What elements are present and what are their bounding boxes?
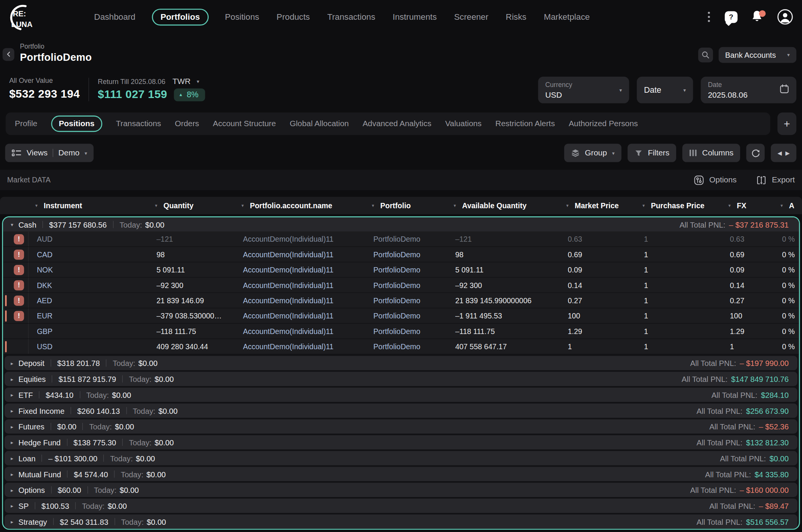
views-label: Views [27, 148, 48, 157]
row-status-cell: ! [3, 247, 29, 262]
pnl-value: – $52.36 [759, 422, 789, 431]
export-button[interactable]: Export [756, 175, 795, 185]
group-label: Fixed Income [18, 406, 64, 415]
today-label: Today: [89, 422, 112, 431]
group-button[interactable]: Group ▾ [564, 144, 621, 162]
return-mode-selector[interactable]: TWR [173, 77, 190, 86]
divider [39, 391, 40, 398]
refresh-button[interactable] [746, 144, 764, 162]
tab-valuations[interactable]: Valuations [445, 119, 482, 128]
group-row-deposit[interactable]: ▸Deposit$318 201.78Today:$0.00All Total … [5, 356, 797, 370]
group-row-futures[interactable]: ▸Futures$0.00Today:$0.00All Total PNL:– … [5, 419, 797, 434]
group-row-cash[interactable]: ▾ Cash $377 157 680.56 Today: $0.00 All … [3, 217, 799, 232]
column-header-instrument[interactable]: ▾Instrument [25, 201, 145, 210]
bank-accounts-dropdown[interactable]: Bank Accounts ▾ [718, 47, 796, 63]
nav-item-positions[interactable]: Positions [224, 9, 260, 25]
tab-transactions[interactable]: Transactions [116, 119, 161, 128]
help-icon[interactable]: ? [725, 11, 738, 23]
table-row-dkk[interactable]: !DKK–92 300AccountDemo(Individual)11Port… [3, 278, 799, 293]
tab-restriction-alerts[interactable]: Restriction Alerts [495, 119, 555, 128]
table-row-gbp[interactable]: GBP–118 111.75AccountDemo(Individual)11P… [3, 324, 799, 339]
nav-item-portfolios[interactable]: Portfolios [152, 8, 208, 25]
row-status-cell: ! [3, 293, 29, 308]
notifications-bell-icon[interactable] [750, 10, 765, 24]
nav-item-products[interactable]: Products [276, 9, 311, 25]
column-header-portfolio-account-name[interactable]: ▾Portfolio.account.name [232, 201, 362, 210]
tab-profile[interactable]: Profile [15, 119, 37, 128]
tab-positions[interactable]: Positions [51, 116, 102, 132]
column-header-fx[interactable]: ▾FX [719, 201, 771, 210]
options-button[interactable]: Options [693, 175, 737, 185]
notification-dot [759, 10, 766, 17]
group-row-loan[interactable]: ▸Loan– $101 300.00Today:$0.00All Total P… [5, 451, 797, 466]
group-row-strategy[interactable]: ▸Strategy$2 540 311.83Today:$0.00All Tot… [5, 515, 797, 529]
nav-item-risks[interactable]: Risks [505, 9, 528, 25]
filters-button[interactable]: Filters [628, 144, 676, 162]
arrow-left-icon[interactable]: ◀ [777, 150, 781, 156]
table-row-nok[interactable]: !NOK5 091.11AccountDemo(Individual)11Por… [3, 262, 799, 277]
search-button[interactable] [698, 47, 713, 62]
table-row-cad[interactable]: !CAD98AccountDemo(Individual)11Portfolio… [3, 247, 799, 262]
tab-account-structure[interactable]: Account Structure [213, 119, 276, 128]
date-picker[interactable]: Date 2025.08.06 [701, 77, 797, 103]
column-header-a[interactable]: ▾A [771, 201, 802, 210]
arrow-right-icon[interactable]: ▶ [785, 150, 789, 156]
today-label: Today: [129, 438, 151, 447]
nav-item-screener[interactable]: Screener [453, 9, 489, 25]
reluna-logo[interactable]: RE: LUNA [5, 3, 42, 31]
return-change-percent: 8% [187, 90, 198, 99]
group-pnl: All Total PNL:– $160 000.00 [690, 486, 789, 494]
group-row-equities[interactable]: ▸Equities$151 872 915.79Today:$0.00All T… [5, 372, 797, 386]
group-row-fixed-income[interactable]: ▸Fixed Income$260 140.13Today:$0.00All T… [5, 404, 797, 418]
tab-global-allocation[interactable]: Global Allocation [290, 119, 349, 128]
avatar[interactable] [777, 9, 792, 24]
cell-portfolio: PortfolioDemo [365, 327, 447, 336]
column-header-quantity[interactable]: ▾Quantity [145, 201, 231, 210]
table-row-eur[interactable]: !EUR–379 038.530000…AccountDemo(Individu… [3, 308, 799, 323]
column-scroll-arrows[interactable]: ◀ ▶ [771, 144, 796, 162]
tab-advanced-analytics[interactable]: Advanced Analytics [363, 119, 431, 128]
column-header-market-price[interactable]: ▾Market Price [556, 201, 633, 210]
group-row-hedge-fund[interactable]: ▸Hedge Fund$138 775.30Today:$0.00All Tot… [5, 435, 797, 450]
nav-item-instruments[interactable]: Instruments [391, 9, 437, 25]
group-amount: $151 872 915.79 [59, 375, 116, 383]
table-row-aed[interactable]: !AED21 839 146.09AccountDemo(Individual)… [3, 293, 799, 308]
nav-item-marketplace[interactable]: Marketplace [543, 9, 591, 25]
tab-authorized-persons[interactable]: Authorized Persons [569, 119, 638, 128]
add-tab-button[interactable]: + [777, 112, 796, 135]
cell-available: 5 091.11 [447, 266, 559, 274]
cell-alloc: 0 % [774, 266, 800, 274]
expand-caret-icon[interactable]: ▾ [11, 222, 13, 227]
cell-quantity: –118 111.75 [148, 327, 235, 336]
chevron-down-icon[interactable]: ▾ [197, 79, 200, 84]
column-header-available-quantity[interactable]: ▾Available Quantity [444, 201, 556, 210]
pnl-value: $132 812.30 [746, 438, 789, 447]
cell-fx: 0.27 [722, 296, 774, 305]
nav-item-dashboard[interactable]: Dashboard [93, 9, 136, 25]
views-selector[interactable]: Views Demo ▾ [5, 144, 94, 162]
pnl-value: $147 849 710.76 [731, 375, 789, 383]
cell-available: 98 [447, 250, 559, 259]
column-header-portfolio[interactable]: ▾Portfolio [362, 201, 444, 210]
tab-orders[interactable]: Orders [175, 119, 199, 128]
table-row-aud[interactable]: !AUD–121AccountDemo(Individual)11Portfol… [3, 232, 799, 247]
all-over-value-label: All Over Value [9, 77, 80, 84]
nav-item-transactions[interactable]: Transactions [326, 9, 376, 25]
group-row-options[interactable]: ▸Options$60.00Today:$0.00All Total PNL:–… [5, 483, 797, 497]
back-button[interactable] [3, 48, 14, 61]
help-question-mark: ? [729, 13, 734, 21]
group-row-etf[interactable]: ▸ETF$434.10Today:$0.00All Total PNL:$284… [5, 388, 797, 402]
filters-label: Filters [648, 148, 669, 157]
layers-icon [571, 148, 580, 157]
currency-select[interactable]: Currency USD ▾ [538, 77, 629, 103]
group-amount: $100.53 [41, 501, 69, 510]
group-amount: $434.10 [46, 390, 73, 399]
column-header-purchase-price[interactable]: ▾Purchase Price [633, 201, 719, 210]
group-row-mutual-fund[interactable]: ▸Mutual Fund$4 574.40Today:$0.00All Tota… [5, 467, 797, 481]
date-mode-select[interactable]: Date ▾ [637, 77, 693, 103]
divider [82, 423, 83, 430]
group-row-sp[interactable]: ▸SP$100.53Today:$0.00All Total PNL:– $89… [5, 499, 797, 513]
table-row-usd[interactable]: USD409 280 340.44AccountDemo(Individual)… [3, 339, 799, 354]
kebab-menu-icon[interactable] [706, 10, 712, 24]
columns-button[interactable]: Columns [682, 144, 740, 162]
